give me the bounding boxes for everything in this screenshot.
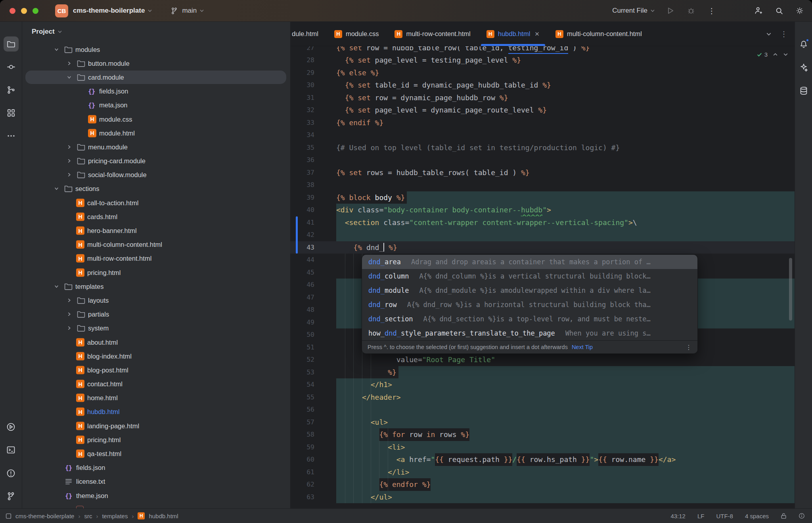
tree-item-multi-row-content-html[interactable]: Hmulti-row-content.html	[22, 252, 290, 265]
line-number[interactable]: 53	[306, 366, 314, 379]
code-line-36[interactable]: 36	[290, 154, 795, 166]
tree-item-about-html[interactable]: Habout.html	[22, 335, 290, 349]
search-everywhere-button[interactable]	[774, 6, 784, 16]
code-line-33[interactable]: 33{% endif %}	[290, 116, 795, 129]
code-line-62[interactable]: 62 {% endfor %}	[290, 478, 795, 491]
window-minimize-icon[interactable]	[21, 8, 27, 14]
completion-item-dnd-section[interactable]: dnd_sectionA{% dnd_section %}is a top-le…	[362, 312, 697, 326]
line-ending-widget[interactable]: LF	[697, 513, 705, 519]
tree-item-card-module[interactable]: card.module	[22, 70, 290, 84]
line-number[interactable]: 59	[306, 441, 314, 454]
tab-multi-column-content-html[interactable]: Hmulti-column-content.html	[548, 22, 650, 46]
line-number[interactable]: 61	[306, 466, 314, 479]
editor-area[interactable]: dule.htmlHmodule.cssHmulti-row-content.h…	[290, 21, 795, 508]
line-number[interactable]: 63	[306, 491, 314, 504]
tree-item-blog-post-html[interactable]: Hblog-post.html	[22, 363, 290, 377]
line-number[interactable]: 58	[306, 428, 314, 441]
encoding-widget[interactable]: UTF-8	[716, 513, 733, 519]
tree-item-theme-json[interactable]: {}theme.json	[22, 489, 290, 502]
indent-widget[interactable]: 4 spaces	[745, 513, 769, 519]
tree-item-module-css[interactable]: Hmodule.css	[22, 112, 290, 126]
branch-switcher[interactable]: main	[170, 7, 204, 15]
tree-item-partials[interactable]: partials	[22, 307, 290, 321]
code-line-43[interactable]: 43 {% dnd_ %}	[290, 241, 795, 254]
tab-options-kebab-icon[interactable]: ⋮	[780, 30, 787, 38]
line-number[interactable]: 50	[306, 328, 314, 341]
tree-item-pricing-html[interactable]: Hpricing.html	[22, 265, 290, 279]
code-line-31[interactable]: 31 {% set row = dynamic_page_hubdb_row %…	[290, 92, 795, 104]
tree-item-templates[interactable]: templates	[22, 279, 290, 293]
code-line-38[interactable]: 38	[290, 179, 795, 191]
line-number[interactable]: 47	[306, 291, 314, 304]
tree-item-license-txt[interactable]: license.txt	[22, 475, 290, 489]
code-line-32[interactable]: 32 {% set page_level = dynamic_page_rout…	[290, 104, 795, 116]
code-line-40[interactable]: 40<div class="body-container body-contai…	[290, 204, 795, 216]
code-line-58[interactable]: 58 {% for row in rows %}	[290, 428, 795, 441]
line-number[interactable]: 30	[306, 79, 314, 92]
code-line-60[interactable]: 60 <a href="{{ request.path }}/{{ row.hs…	[290, 453, 795, 466]
chevron-down-icon[interactable]	[67, 74, 72, 80]
add-user-button[interactable]	[753, 6, 764, 16]
chevron-right-icon[interactable]	[67, 298, 72, 303]
ai-assistant-icon[interactable]	[796, 60, 811, 75]
tree-item-qa-test-html[interactable]: Hqa-test.html	[22, 447, 290, 460]
tree-item-layouts[interactable]: layouts	[22, 293, 290, 307]
merge-icon[interactable]	[4, 82, 19, 97]
tree-item-clipped[interactable]	[22, 502, 290, 508]
line-number[interactable]: 29	[306, 67, 314, 79]
code-line-41[interactable]: 41 <section class="content-wrapper conte…	[290, 216, 795, 229]
tab-close-icon[interactable]: ✕	[534, 31, 540, 38]
line-number[interactable]: 48	[306, 303, 314, 316]
terminal-icon[interactable]	[4, 443, 19, 458]
project-panel-header[interactable]: Project	[32, 22, 62, 42]
tree-item-system[interactable]: system	[22, 321, 290, 335]
settings-gear-icon[interactable]	[795, 6, 805, 16]
run-button[interactable]	[665, 6, 676, 16]
chevron-right-icon[interactable]	[67, 144, 72, 149]
tree-item-contact-html[interactable]: Hcontact.html	[22, 377, 290, 391]
project-folder-icon[interactable]	[4, 36, 19, 52]
more-actions-button[interactable]: ⋮	[707, 6, 717, 16]
chevron-right-icon[interactable]	[67, 172, 72, 178]
tree-item-multi-column-content-html[interactable]: Hmulti-column-content.html	[22, 238, 290, 252]
tab-multi-row-content-html[interactable]: Hmulti-row-content.html	[387, 22, 478, 46]
line-number[interactable]: 36	[306, 154, 314, 166]
chevron-down-icon[interactable]	[54, 284, 59, 289]
tree-item-module-html[interactable]: Hmodule.html	[22, 126, 290, 140]
code-line-53[interactable]: 53 %}	[290, 366, 795, 379]
line-number[interactable]: 45	[306, 266, 314, 279]
tree-item-pricing-html[interactable]: Hpricing.html	[22, 433, 290, 447]
code-line-42[interactable]: 42	[290, 229, 795, 241]
window-close-icon[interactable]	[10, 8, 15, 14]
code-line-35[interactable]: 35{# Used on top level (table_id set in …	[290, 141, 795, 154]
git-branch-icon[interactable]	[4, 489, 19, 504]
breadcrumb-item[interactable]: templates	[102, 513, 128, 519]
tree-item-fields-json[interactable]: {}fields.json	[22, 461, 290, 475]
line-number[interactable]: 35	[306, 141, 314, 154]
project-window-icon[interactable]	[6, 513, 11, 519]
line-number[interactable]: 62	[306, 478, 314, 491]
next-problem-icon[interactable]	[783, 52, 788, 57]
line-number[interactable]: 43	[306, 241, 314, 254]
line-number[interactable]: 41	[306, 216, 314, 229]
code-line-55[interactable]: 55 </header>	[290, 391, 795, 404]
breadcrumb-file[interactable]: hubdb.html	[149, 513, 178, 519]
line-number[interactable]: 49	[306, 316, 314, 329]
code-line-57[interactable]: 57 <ul>	[290, 416, 795, 429]
line-number[interactable]: 33	[306, 116, 314, 129]
inspections-widget[interactable]: 3	[756, 51, 788, 58]
code-line-39[interactable]: 39{% block body %}	[290, 191, 795, 204]
run-circle-icon[interactable]	[4, 419, 19, 434]
line-number[interactable]: 40	[306, 204, 314, 216]
more-tools-icon[interactable]	[4, 128, 19, 143]
line-number[interactable]: 57	[306, 416, 314, 429]
popup-options-kebab-icon[interactable]: ⋮	[686, 344, 692, 351]
line-number[interactable]: 28	[306, 54, 314, 67]
commit-icon[interactable]	[4, 59, 19, 74]
code-line-52[interactable]: 52 value="Root Page Title"	[290, 353, 795, 366]
code-line-59[interactable]: 59 <li>	[290, 441, 795, 454]
completion-item-dnd-module[interactable]: dnd_moduleA{% dnd_module %}is amodulewra…	[362, 283, 697, 298]
completion-item-dnd-row[interactable]: dnd_rowA{% dnd_row %}is a horizontal str…	[362, 298, 697, 312]
line-number[interactable]: 56	[306, 403, 314, 416]
tree-item-pricing-card-module[interactable]: pricing-card.module	[22, 154, 290, 168]
